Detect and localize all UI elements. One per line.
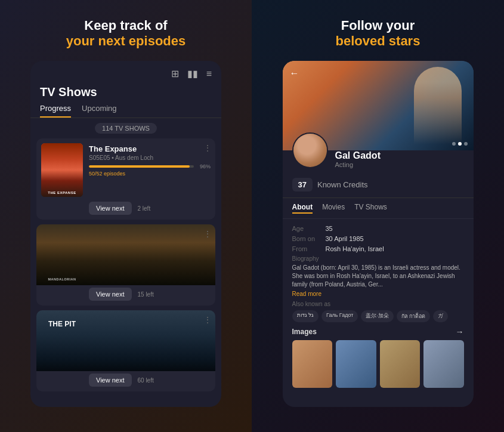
right-headline: Follow your beloved stars	[336, 18, 420, 49]
right-headline-line1: Follow your	[336, 18, 420, 33]
tab-movies[interactable]: Movies	[322, 203, 345, 214]
star-profile: Gal Gadot Acting	[283, 132, 474, 168]
left-headline-line2: your next episodes	[66, 33, 186, 49]
from-value: Rosh Ha'ayin, Israel	[326, 245, 384, 252]
from-row: From Rosh Ha'ayin, Israel	[292, 245, 464, 252]
view-next-button-pit[interactable]: View next	[89, 374, 132, 387]
also-known-label: Also known as	[292, 301, 464, 307]
progress-row-expanse: 96%	[89, 163, 211, 169]
show-item-pit: THE PIT The Pit S02E18 • Episode 18 45% …	[36, 310, 215, 391]
more-icon-mandalorian[interactable]: ⋮	[203, 229, 212, 239]
poster-mandalorian-label: MANDALORIAN	[48, 277, 76, 283]
show-item-top-expanse: THE EXPANSE The Expanse S05E05 • Aus dem…	[36, 138, 215, 199]
images-row: Images →	[292, 327, 464, 337]
poster-expanse-label: THE EXPANSE	[48, 191, 76, 197]
poster-mandalorian: MANDALORIAN	[41, 229, 83, 283]
age-label: Age	[292, 225, 322, 232]
poster-pit-label: THE PIT	[48, 320, 76, 328]
show-item-bottom-pit: View next 60 left	[36, 371, 215, 391]
tab-about[interactable]: About	[292, 203, 313, 214]
credits-row: 37 Known Credits	[283, 174, 474, 198]
credits-number: 37	[292, 178, 313, 192]
images-arrow[interactable]: →	[456, 327, 464, 337]
image-thumb-1	[292, 340, 333, 388]
show-info-expanse: The Expanse S05E05 • Aus dem Loch 96% 50…	[89, 143, 211, 179]
progress-fill-expanse	[89, 165, 190, 168]
born-label: Born on	[292, 235, 322, 242]
back-arrow-icon[interactable]: ←	[290, 68, 299, 79]
image-thumb-4	[423, 340, 464, 388]
shows-count: 114 TV SHOWS	[95, 123, 157, 134]
progress-pct-expanse: 96%	[197, 163, 211, 169]
left-headline-line1: Keep track of	[66, 18, 186, 33]
age-row: Age 35	[292, 225, 464, 232]
detail-content: Age 35 Born on 30 April 1985 From Rosh H…	[283, 223, 474, 407]
screen-title: TV Shows	[30, 83, 221, 104]
aka-tag: Галь Гадот	[321, 310, 358, 322]
show-item-bottom-mandalorian: View next 15 left	[36, 285, 215, 306]
aka-tag: 盖尔·加朵	[361, 310, 394, 322]
left-phone-mockup: ⊞ ▮▮ ≡ TV Shows Progress Upcoming 114 TV…	[30, 61, 221, 407]
show-list: THE EXPANSE The Expanse S05E05 • Aus dem…	[30, 138, 221, 407]
aka-tag: ガ	[433, 310, 448, 322]
avatar	[292, 132, 328, 168]
star-name-block: Gal Gadot Acting	[335, 132, 381, 168]
biography-label: Biography	[292, 255, 464, 262]
right-headline-line2: beloved stars	[336, 33, 420, 49]
avatar-face	[293, 134, 327, 167]
images-grid	[292, 340, 464, 388]
star-phone-mockup: ← Gal Gadot Acting 37 Known Credits Abou	[283, 61, 474, 407]
grid-icon[interactable]: ⊞	[171, 68, 179, 79]
left-headline: Keep track of your next episodes	[66, 18, 186, 49]
born-value: 30 April 1985	[326, 235, 364, 242]
star-dept: Acting	[335, 161, 381, 168]
filter-icon[interactable]: ≡	[206, 69, 212, 79]
show-item-expanse: THE EXPANSE The Expanse S05E05 • Aus dem…	[36, 138, 215, 220]
left-count-pit: 60 left	[138, 377, 154, 384]
view-next-button-expanse[interactable]: View next	[89, 202, 132, 215]
left-panel: Keep track of your next episodes ⊞ ▮▮ ≡ …	[0, 0, 252, 432]
chart-icon[interactable]: ▮▮	[187, 68, 198, 79]
poster-expanse: THE EXPANSE	[41, 143, 83, 197]
show-item-bottom-expanse: View next 2 left	[36, 199, 215, 220]
image-thumb-2	[336, 340, 376, 388]
tv-tabs: Progress Upcoming	[30, 104, 221, 118]
left-count-mandalorian: 15 left	[138, 291, 154, 298]
left-count-expanse: 2 left	[138, 205, 151, 212]
show-item-top-pit: THE PIT The Pit S02E18 • Episode 18 45% …	[36, 310, 215, 371]
progress-bg-expanse	[89, 165, 194, 168]
more-icon-expanse[interactable]: ⋮	[203, 143, 212, 153]
age-value: 35	[326, 225, 333, 232]
topbar: ⊞ ▮▮ ≡	[30, 61, 221, 83]
star-name: Gal Gadot	[335, 150, 381, 161]
from-label: From	[292, 245, 322, 252]
tab-upcoming[interactable]: Upcoming	[82, 104, 117, 118]
images-label: Images	[292, 328, 317, 336]
read-more-link[interactable]: Read more	[292, 291, 464, 297]
born-row: Born on 30 April 1985	[292, 235, 464, 242]
show-episode-expanse: S05E05 • Aus dem Loch	[89, 155, 211, 161]
right-panel: Follow your beloved stars ← Gal Gadot Ac…	[252, 0, 504, 432]
credits-label: Known Credits	[317, 180, 368, 189]
view-next-button-mandalorian[interactable]: View next	[89, 288, 132, 301]
show-item-mandalorian: MANDALORIAN The Mandalorian S02E05 • Die…	[36, 224, 215, 306]
episodes-text-expanse: 50/52 episodes	[89, 171, 211, 177]
tab-tvshows[interactable]: TV Shows	[354, 203, 387, 214]
aka-tags: גל גדותГаль Гадот盖尔·加朵กัล กาด็อตガ	[292, 310, 464, 322]
show-name-expanse: The Expanse	[89, 144, 211, 153]
biography-text: Gal Gadot (born: April 30, 1985) is an I…	[292, 264, 464, 289]
show-item-top-mandalorian: MANDALORIAN The Mandalorian S02E05 • Die…	[36, 224, 215, 285]
poster-pit: THE PIT	[41, 315, 83, 369]
aka-tag: กัล กาด็อต	[397, 310, 431, 322]
aka-tag: גל גדות	[292, 310, 319, 322]
image-thumb-3	[380, 340, 420, 388]
tab-progress[interactable]: Progress	[40, 104, 71, 118]
detail-tabs: About Movies TV Shows	[283, 198, 474, 219]
more-icon-pit[interactable]: ⋮	[203, 315, 212, 325]
